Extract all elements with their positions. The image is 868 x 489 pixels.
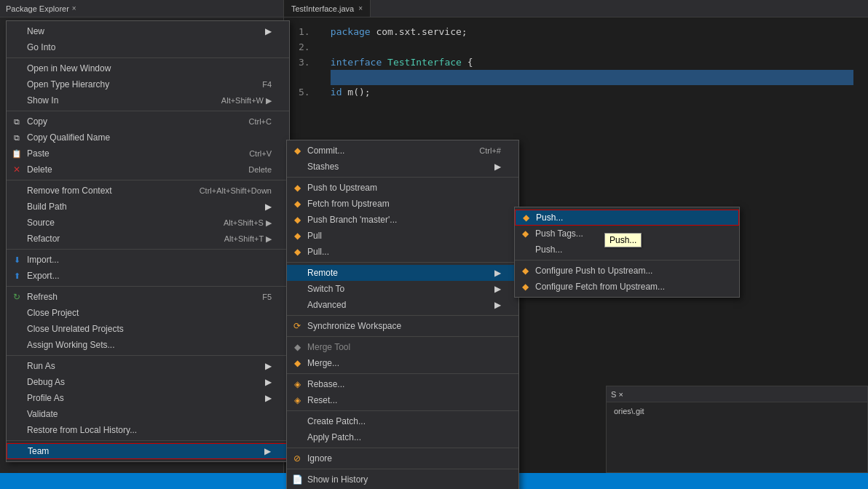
reset-icon: ◈ — [291, 394, 303, 406]
menu-arrow-stashes: ▶ — [487, 162, 501, 172]
menu-item-go-into[interactable]: Go Into — [7, 39, 289, 55]
fetch-upstream-icon: ◆ — [291, 198, 303, 210]
menu-item-team[interactable]: Team ▶ — [7, 443, 289, 459]
menu-item-push-upstream[interactable]: ◆ Push to Upstream — [287, 180, 518, 196]
menu-item-ignore[interactable]: ⊘ Ignore — [287, 450, 518, 466]
pull-icon: ◆ — [291, 230, 303, 242]
menu-item-open-type-hierarchy[interactable]: Open Type Hierarchy F4 — [7, 76, 289, 92]
code-line-3: 3. interface TestInterface { — [299, 55, 853, 71]
menu-item-commit[interactable]: ◆ Commit... Ctrl+# — [287, 143, 518, 159]
menu-item-configure-push[interactable]: ◆ Configure Push to Upstream... — [515, 263, 739, 279]
menu-item-sync-workspace[interactable]: ⟳ Synchronize Workspace — [287, 318, 518, 334]
menu-item-import[interactable]: ⬇ Import... — [7, 252, 289, 268]
menu-run-as-label: Run As — [27, 361, 55, 371]
refresh-icon: ↻ — [11, 291, 23, 303]
copy-icon: ⧉ — [11, 116, 23, 127]
code-line-1: 1. package com.sxt.service; — [299, 25, 853, 40]
editor-tab-close[interactable]: × — [358, 4, 363, 12]
code-void: id — [331, 87, 342, 98]
menu-open-type-hierarchy-label: Open Type Hierarchy — [27, 79, 109, 90]
show-history-icon: 📄 — [291, 474, 303, 485]
menu-item-push-branch[interactable]: ◆ Push Branch 'master'... — [287, 212, 518, 228]
menu-arrow-debug-as: ▶ — [258, 377, 272, 387]
configure-fetch-icon: ◆ — [519, 281, 531, 293]
menu-copy-label: Copy — [27, 116, 47, 127]
package-explorer-close-icon[interactable]: × — [72, 4, 76, 12]
menu-item-export[interactable]: ⬆ Export... — [7, 268, 289, 284]
menu-item-delete[interactable]: ✕ Delete Delete — [7, 162, 289, 178]
menu-item-assign-working-sets[interactable]: Assign Working Sets... — [7, 337, 289, 353]
separator-t3 — [287, 315, 518, 316]
menu-item-create-patch[interactable]: Create Patch... — [287, 413, 518, 429]
menu-shortcut-remove: Ctrl+Alt+Shift+Down — [185, 186, 272, 195]
menu-item-fetch-upstream[interactable]: ◆ Fetch from Upstream — [287, 196, 518, 212]
menu-item-refresh[interactable]: ↻ Refresh F5 — [7, 289, 289, 305]
menu-item-new-label: New — [27, 26, 44, 36]
menu-item-go-into-label: Go Into — [27, 42, 55, 52]
menu-item-copy-qualified[interactable]: ⧉ Copy Qualified Name — [7, 130, 289, 146]
menu-shortcut-copy: Ctrl+C — [234, 117, 272, 126]
menu-item-show-history[interactable]: 📄 Show in History — [287, 472, 518, 488]
menu-item-open-new-window[interactable]: Open in New Window — [7, 60, 289, 76]
menu-item-debug-as[interactable]: Debug As ▶ — [7, 374, 289, 390]
menu-remove-context-label: Remove from Context — [27, 186, 112, 196]
menu-copy-qualified-label: Copy Qualified Name — [27, 132, 110, 143]
package-explorer-tab: Package Explorer × — [0, 0, 283, 17]
menu-item-apply-patch[interactable]: Apply Patch... — [287, 429, 518, 445]
menu-item-remote[interactable]: Remote ▶ — [287, 265, 518, 281]
code-keyword-package: package — [331, 26, 371, 37]
menu-arrow-advanced: ▶ — [487, 300, 501, 310]
menu-shortcut-paste: Ctrl+V — [234, 149, 272, 158]
menu-item-close-project[interactable]: Close Project — [7, 305, 289, 321]
export-icon: ⬆ — [11, 270, 23, 282]
menu-switch-to-label: Switch To — [307, 284, 344, 294]
copy-qualified-icon: ⧉ — [11, 132, 23, 143]
menu-item-reset[interactable]: ◈ Reset... — [287, 392, 518, 408]
menu-item-configure-fetch[interactable]: ◆ Configure Fetch from Upstream... — [515, 279, 739, 295]
separator-t8 — [287, 469, 518, 469]
menu-item-pull-ellipsis[interactable]: ◆ Pull... — [287, 244, 518, 260]
menu-shortcut-delete: Delete — [234, 165, 272, 174]
push-tooltip: Push... — [604, 233, 642, 247]
repos-content: ories\.git — [607, 402, 867, 420]
package-explorer-tab-label: Package Explorer — [6, 4, 69, 13]
menu-item-refactor[interactable]: Refactor Alt+Shift+T ▶ — [7, 231, 289, 247]
menu-item-paste[interactable]: 📋 Paste Ctrl+V — [7, 146, 289, 162]
menu-item-close-unrelated[interactable]: Close Unrelated Projects — [7, 321, 289, 337]
menu-item-merge-tool[interactable]: ◆ Merge Tool — [287, 339, 518, 355]
menu-item-restore-history[interactable]: Restore from Local History... — [7, 422, 289, 438]
menu-push-from-label: Push... — [535, 244, 562, 255]
menu-validate-label: Validate — [27, 409, 58, 419]
menu-create-patch-label: Create Patch... — [307, 416, 366, 426]
menu-item-validate[interactable]: Validate — [7, 406, 289, 422]
menu-arrow-team: ▶ — [257, 446, 271, 456]
menu-team-label: Team — [28, 446, 49, 456]
menu-item-remove-context[interactable]: Remove from Context Ctrl+Alt+Shift+Down — [7, 183, 289, 199]
menu-item-switch-to[interactable]: Switch To ▶ — [287, 281, 518, 297]
menu-item-source[interactable]: Source Alt+Shift+S ▶ — [7, 215, 289, 231]
menu-item-advanced[interactable]: Advanced ▶ — [287, 297, 518, 313]
menu-delete-label: Delete — [27, 164, 52, 175]
menu-pull-ellipsis-label: Pull... — [307, 247, 329, 257]
menu-arrow-remote: ▶ — [487, 268, 501, 278]
editor-tab-java[interactable]: TestInterface.java × — [284, 0, 371, 17]
menu-refactor-label: Refactor — [27, 234, 60, 244]
menu-shortcut-f4: F4 — [248, 80, 272, 89]
menu-item-push[interactable]: ◆ Push... — [515, 210, 739, 226]
menu-item-stashes[interactable]: Stashes ▶ — [287, 159, 518, 175]
delete-icon: ✕ — [11, 164, 23, 175]
menu-item-pull[interactable]: ◆ Pull — [287, 228, 518, 244]
ignore-icon: ⊘ — [291, 453, 303, 464]
merge-tool-icon: ◆ — [291, 341, 303, 353]
separator-6 — [7, 355, 289, 356]
menu-item-build-path[interactable]: Build Path ▶ — [7, 199, 289, 215]
menu-item-copy[interactable]: ⧉ Copy Ctrl+C — [7, 114, 289, 130]
menu-push-label: Push... — [536, 212, 563, 223]
menu-item-profile-as[interactable]: Profile As ▶ — [7, 390, 289, 406]
menu-item-new[interactable]: New ▶ — [7, 23, 289, 39]
menu-item-show-in[interactable]: Show In Alt+Shift+W ▶ — [7, 92, 289, 108]
menu-item-rebase[interactable]: ◈ Rebase... — [287, 376, 518, 392]
menu-item-merge[interactable]: ◆ Merge... — [287, 355, 518, 371]
code-line-2: 2. — [299, 40, 853, 55]
menu-item-run-as[interactable]: Run As ▶ — [7, 358, 289, 374]
